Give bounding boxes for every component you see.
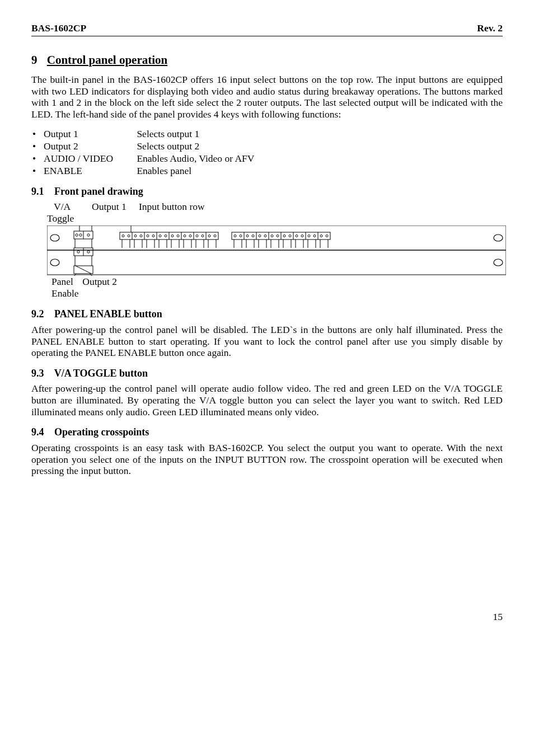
- subsection-9-4-number: 9.4: [31, 426, 44, 438]
- svg-point-85: [313, 235, 316, 237]
- subsection-9-2-number: 9.2: [31, 308, 44, 320]
- svg-point-5: [494, 259, 503, 266]
- svg-point-41: [177, 235, 179, 237]
- svg-point-3: [50, 259, 59, 266]
- bullet-output2: Output 2 Selects output 2: [32, 140, 503, 152]
- svg-point-34: [134, 235, 137, 237]
- subsection-9-2-title: PANEL ENABLE button: [54, 308, 162, 320]
- subsection-9-4-body: Operating crosspoints is an easy task wi…: [31, 442, 503, 477]
- svg-point-4: [494, 234, 503, 241]
- bullet-audio-video: AUDIO / VIDEO Enables Audio, Video or AF…: [32, 153, 503, 165]
- svg-point-10: [87, 234, 90, 236]
- svg-point-74: [246, 235, 249, 237]
- svg-point-43: [189, 235, 191, 237]
- svg-point-32: [122, 235, 124, 237]
- bullet-output1: Output 1 Selects output 1: [32, 128, 503, 140]
- header-rev: Rev. 2: [477, 22, 503, 34]
- svg-point-87: [326, 235, 328, 237]
- bullet-term: Output 1: [44, 128, 134, 140]
- subsection-9-4-heading: 9.4 Operating crosspoints: [31, 426, 503, 439]
- svg-point-16: [87, 251, 90, 253]
- svg-line-20: [76, 266, 91, 274]
- svg-point-78: [271, 235, 273, 237]
- bullet-desc: Selects output 2: [137, 140, 199, 152]
- svg-rect-0: [47, 226, 506, 250]
- bullet-desc: Enables panel: [137, 165, 191, 176]
- bullet-enable: ENABLE Enables panel: [32, 165, 503, 177]
- svg-point-76: [259, 235, 261, 237]
- figure-label-panel: Panel: [51, 276, 73, 287]
- svg-point-39: [165, 235, 167, 237]
- svg-point-84: [308, 235, 310, 237]
- svg-point-46: [208, 235, 210, 237]
- svg-point-9: [79, 234, 82, 236]
- svg-point-81: [289, 235, 291, 237]
- bullet-term: ENABLE: [44, 165, 134, 177]
- svg-point-38: [159, 235, 161, 237]
- svg-point-72: [234, 235, 236, 237]
- figure-label-toggle: Toggle: [47, 213, 74, 224]
- section-9-title: Control panel operation: [47, 53, 167, 67]
- subsection-9-3-number: 9.3: [31, 368, 44, 379]
- bullet-desc: Selects output 1: [137, 128, 199, 139]
- svg-point-47: [214, 235, 216, 237]
- subsection-9-1-heading: 9.1 Front panel drawing: [31, 186, 503, 198]
- header-product: BAS-1602CP: [31, 22, 86, 34]
- subsection-9-3-title: V/A TOGGLE button: [54, 368, 148, 379]
- svg-point-8: [76, 234, 78, 236]
- subsection-9-3-heading: 9.3 V/A TOGGLE button: [31, 368, 503, 380]
- svg-point-80: [283, 235, 285, 237]
- subsection-9-4-title: Operating crosspoints: [54, 426, 149, 438]
- svg-point-42: [184, 235, 186, 237]
- bullet-term: AUDIO / VIDEO: [44, 153, 134, 165]
- svg-point-35: [140, 235, 142, 237]
- svg-point-37: [152, 235, 154, 237]
- section-9-intro: The built-in panel in the BAS-1602CP off…: [31, 74, 503, 120]
- svg-point-82: [296, 235, 298, 237]
- bullet-desc: Enables Audio, Video or AFV: [137, 153, 254, 164]
- page-number: 15: [31, 611, 503, 623]
- subsection-9-2-heading: 9.2 PANEL ENABLE button: [31, 308, 503, 321]
- figure-label-output2: Output 2: [82, 276, 117, 287]
- svg-point-79: [277, 235, 279, 237]
- svg-point-83: [301, 235, 303, 237]
- front-panel-diagram-icon: [47, 226, 506, 276]
- section-9-heading: 9 Control panel operation: [31, 53, 503, 67]
- svg-point-36: [147, 235, 149, 237]
- subsection-9-2-body: After powering-up the control panel will…: [31, 324, 503, 359]
- section-9-bullet-list: Output 1 Selects output 1 Output 2 Selec…: [31, 128, 503, 177]
- svg-point-86: [320, 235, 322, 237]
- svg-point-15: [77, 251, 79, 253]
- figure-label-input-button-row: Input button row: [139, 201, 205, 213]
- svg-point-75: [252, 235, 254, 237]
- svg-rect-1: [47, 250, 506, 275]
- svg-point-45: [202, 235, 204, 237]
- page-header: BAS-1602CP Rev. 2: [31, 22, 503, 36]
- bullet-term: Output 2: [44, 140, 134, 152]
- subsection-9-1-number: 9.1: [31, 186, 44, 197]
- front-panel-figure: V/A Output 1 Input button row Toggle: [47, 201, 503, 299]
- section-9-number: 9: [31, 53, 38, 67]
- svg-point-77: [264, 235, 266, 237]
- figure-label-enable: Enable: [51, 288, 503, 299]
- svg-point-33: [128, 235, 130, 237]
- svg-point-44: [196, 235, 198, 237]
- figure-label-output1: Output 1: [92, 201, 133, 213]
- figure-label-va: V/A: [54, 201, 86, 213]
- subsection-9-3-body: After powering-up the control panel will…: [31, 383, 503, 417]
- svg-point-2: [50, 234, 59, 241]
- subsection-9-1-title: Front panel drawing: [54, 186, 143, 197]
- svg-point-73: [240, 235, 242, 237]
- svg-point-40: [171, 235, 174, 237]
